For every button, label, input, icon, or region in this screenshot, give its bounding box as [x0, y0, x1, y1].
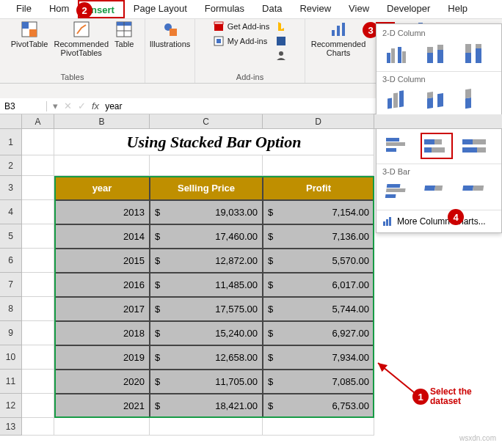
- table-icon: [115, 21, 133, 38]
- clustered-column-3d-option[interactable]: [382, 87, 415, 113]
- menu-review[interactable]: Review: [291, 0, 340, 18]
- header-price[interactable]: Selling Price: [150, 176, 263, 200]
- illustrations-button[interactable]: Illustrations: [150, 21, 191, 48]
- pivottable-button[interactable]: PivotTable: [11, 21, 48, 48]
- row-header[interactable]: 12: [0, 394, 22, 418]
- cell-year[interactable]: 2018: [54, 321, 150, 345]
- cell-profit[interactable]: $7,934.00: [263, 345, 374, 370]
- row-header[interactable]: 2: [0, 155, 22, 176]
- cell-price[interactable]: $11,705.00: [150, 370, 263, 394]
- menu-home[interactable]: Hom: [40, 0, 78, 18]
- cell[interactable]: [22, 129, 54, 155]
- col-header-d[interactable]: D: [263, 114, 374, 128]
- cell[interactable]: [22, 321, 54, 345]
- recommended-pivottables-button[interactable]: Recommended PivotTables: [54, 21, 109, 57]
- cell[interactable]: [22, 200, 54, 224]
- row-header[interactable]: 8: [0, 297, 22, 321]
- cell[interactable]: [150, 155, 263, 176]
- cell[interactable]: [150, 418, 263, 436]
- cell-profit[interactable]: $7,136.00: [263, 224, 374, 249]
- title-cell[interactable]: Using Stacked Bar Option: [54, 129, 374, 155]
- col-header-c[interactable]: C: [150, 114, 263, 128]
- bing-icon[interactable]: [275, 21, 287, 32]
- cell-profit[interactable]: $6,753.00: [263, 394, 374, 418]
- cell[interactable]: [263, 418, 374, 436]
- row-header[interactable]: 4: [0, 200, 22, 224]
- cell-price[interactable]: $12,658.00: [150, 345, 263, 370]
- cell[interactable]: [22, 297, 54, 321]
- cell[interactable]: [22, 176, 54, 200]
- col-header-b[interactable]: B: [54, 114, 150, 128]
- cell-price[interactable]: $12,872.00: [150, 249, 263, 273]
- cell-profit[interactable]: $5,744.00: [263, 297, 374, 321]
- menu-file[interactable]: File: [7, 0, 40, 18]
- cell-price[interactable]: $15,240.00: [150, 321, 263, 345]
- fx-icon[interactable]: fx: [92, 100, 99, 111]
- stacked-column-100-option[interactable]: [459, 40, 491, 67]
- row-header[interactable]: 10: [0, 345, 22, 370]
- cell[interactable]: [22, 155, 54, 176]
- row-header[interactable]: 5: [0, 224, 22, 249]
- cell-year[interactable]: 2015: [54, 249, 150, 273]
- menu-help[interactable]: Help: [439, 0, 476, 18]
- cell[interactable]: [54, 418, 150, 436]
- cell[interactable]: [22, 394, 54, 418]
- my-addins-button[interactable]: My Add-ins: [213, 35, 269, 47]
- cell-year[interactable]: 2016: [54, 273, 150, 297]
- clustered-column-option[interactable]: [382, 40, 415, 67]
- row-header[interactable]: 7: [0, 273, 22, 297]
- people-icon[interactable]: [275, 50, 287, 62]
- cell[interactable]: [22, 249, 54, 273]
- row-header[interactable]: 9: [0, 321, 22, 345]
- menu-formulas[interactable]: Formulas: [196, 0, 253, 18]
- row-header[interactable]: 11: [0, 370, 22, 394]
- row-header[interactable]: 13: [0, 418, 22, 436]
- cell-price[interactable]: $17,575.00: [150, 297, 263, 321]
- cell-profit[interactable]: $5,570.00: [263, 249, 374, 273]
- column-headers: A B C D: [0, 114, 502, 129]
- formula-input[interactable]: year: [105, 101, 122, 111]
- cell-price[interactable]: $19,033.00: [150, 200, 263, 224]
- cell-profit[interactable]: $7,154.00: [263, 200, 374, 224]
- header-year[interactable]: year: [54, 176, 150, 200]
- row-header[interactable]: 1: [0, 129, 22, 155]
- cell[interactable]: [22, 345, 54, 370]
- cell-year[interactable]: 2020: [54, 370, 150, 394]
- cell[interactable]: [22, 273, 54, 297]
- stacked-column-option[interactable]: [421, 40, 453, 67]
- cell[interactable]: [54, 155, 150, 176]
- cell-profit[interactable]: $6,927.00: [263, 321, 374, 345]
- cell-profit[interactable]: $6,017.00: [263, 273, 374, 297]
- cell-year[interactable]: 2017: [54, 297, 150, 321]
- row-header[interactable]: 6: [0, 249, 22, 273]
- menu-developer[interactable]: Developer: [378, 0, 439, 18]
- cell-year[interactable]: 2014: [54, 224, 150, 249]
- cell-year[interactable]: 2013: [54, 200, 150, 224]
- menu-data[interactable]: Data: [253, 0, 291, 18]
- cell-profit[interactable]: $7,085.00: [263, 370, 374, 394]
- menu-pagelayout[interactable]: Page Layout: [125, 0, 196, 18]
- header-profit[interactable]: Profit: [263, 176, 374, 200]
- stacked-column-3d-option[interactable]: [421, 87, 453, 113]
- cell-price[interactable]: $11,485.00: [150, 273, 263, 297]
- cell-price[interactable]: $18,421.00: [150, 394, 263, 418]
- select-all-corner[interactable]: [0, 114, 22, 128]
- cell[interactable]: [263, 155, 374, 176]
- stacked-column-3d-100-option[interactable]: [459, 87, 491, 113]
- visio-icon[interactable]: [275, 35, 287, 47]
- chevron-down-icon[interactable]: ▾: [53, 100, 58, 111]
- cell[interactable]: [22, 224, 54, 249]
- table-button[interactable]: Table: [114, 21, 134, 48]
- col-header-a[interactable]: A: [22, 114, 54, 128]
- row-header[interactable]: 3: [0, 176, 22, 200]
- cell[interactable]: [22, 370, 54, 394]
- recommended-charts-button[interactable]: Recommended Charts: [311, 21, 366, 57]
- svg-rect-2: [29, 29, 37, 37]
- cell-price[interactable]: $17,460.00: [150, 224, 263, 249]
- cell-year[interactable]: 2021: [54, 394, 150, 418]
- get-addins-button[interactable]: Get Add-ins: [213, 21, 269, 32]
- name-box[interactable]: B3: [0, 101, 47, 111]
- cell-year[interactable]: 2019: [54, 345, 150, 370]
- cell[interactable]: [22, 418, 54, 436]
- menu-view[interactable]: View: [340, 0, 378, 18]
